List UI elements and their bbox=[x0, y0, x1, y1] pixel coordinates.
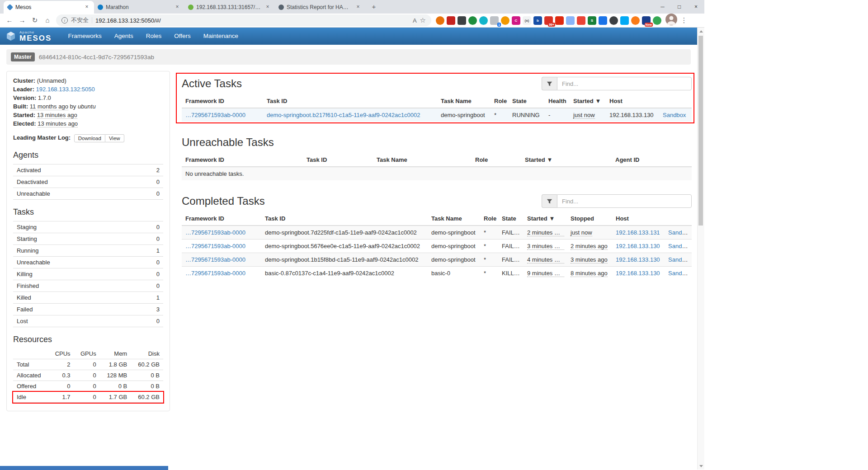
host-link[interactable]: 192.168.133.130 bbox=[616, 270, 660, 277]
browser-menu-icon[interactable]: ⋮ bbox=[679, 16, 689, 24]
tab-close-icon[interactable]: × bbox=[264, 4, 271, 11]
col-role[interactable]: Role bbox=[480, 212, 498, 226]
sandbox-link[interactable]: Sandbox bbox=[668, 243, 691, 249]
filter-addon bbox=[542, 194, 557, 208]
extension-bing[interactable]: b bbox=[533, 16, 542, 25]
framework-id-link[interactable]: …7295671593ab-0000 bbox=[185, 270, 245, 277]
maximize-button[interactable]: □ bbox=[671, 0, 688, 14]
sandbox-link[interactable]: Sandbox bbox=[663, 112, 686, 118]
col-framework-id[interactable]: Framework ID bbox=[182, 94, 263, 108]
view-log-button[interactable]: View bbox=[105, 134, 124, 142]
address-bar[interactable]: i 不安全 192.168.133.132:5050/#/ A ☆ bbox=[56, 14, 431, 26]
extension-green-s[interactable]: S bbox=[588, 16, 596, 25]
col-state[interactable]: State bbox=[498, 212, 524, 226]
sandbox-link[interactable]: Sandbox bbox=[668, 256, 691, 263]
extension-dark-round[interactable] bbox=[609, 16, 618, 25]
download-log-button[interactable]: Download bbox=[74, 134, 105, 142]
col-host[interactable]: Host bbox=[612, 212, 665, 226]
sandbox-link[interactable]: Sandbox bbox=[668, 229, 691, 236]
nav-offers[interactable]: Offers bbox=[168, 28, 197, 45]
col-state[interactable]: State bbox=[509, 94, 545, 108]
extension-green-circle[interactable] bbox=[468, 16, 477, 25]
tab-marathon[interactable]: Marathon × bbox=[94, 1, 184, 14]
extension-adblock[interactable] bbox=[447, 16, 455, 25]
page-scrollbar[interactable] bbox=[697, 28, 704, 470]
extension-stopwatch[interactable] bbox=[436, 16, 444, 25]
task-id-link[interactable]: demo-springboot.b217f610-c1a5-11e9-aaf9-… bbox=[267, 112, 420, 118]
close-button[interactable]: × bbox=[688, 0, 704, 14]
reload-icon[interactable]: ↻ bbox=[29, 14, 41, 26]
nav-maintenance[interactable]: Maintenance bbox=[197, 28, 245, 45]
info-icon[interactable]: i bbox=[61, 17, 68, 24]
col-framework-id[interactable]: Framework ID bbox=[182, 212, 261, 226]
completed-find-input[interactable] bbox=[557, 194, 692, 208]
extension-grid[interactable] bbox=[458, 16, 466, 25]
col-task-name[interactable]: Task Name bbox=[437, 94, 491, 108]
col-task-id[interactable]: Task ID bbox=[303, 153, 373, 167]
extension-lightblue[interactable] bbox=[566, 16, 575, 25]
col-started-sorted[interactable]: Started ▼ bbox=[524, 212, 567, 226]
tab-close-icon[interactable]: × bbox=[83, 4, 90, 11]
col-agent-id[interactable]: Agent ID bbox=[612, 153, 692, 167]
host-link[interactable]: 192.168.133.130 bbox=[616, 256, 660, 263]
active-find-input[interactable] bbox=[557, 77, 692, 90]
scroll-down-arrow[interactable] bbox=[698, 462, 704, 470]
framework-id-link[interactable]: …7295671593ab-0000 bbox=[185, 256, 245, 263]
extension-youdao[interactable] bbox=[555, 16, 564, 25]
extension-blue-square[interactable] bbox=[599, 16, 607, 25]
extension-red-square[interactable] bbox=[577, 16, 585, 25]
leader-link[interactable]: 192.168.133.132:5050 bbox=[36, 86, 95, 93]
host-link[interactable]: 192.168.133.131 bbox=[616, 229, 660, 236]
scroll-up-arrow[interactable] bbox=[698, 28, 704, 35]
mesos-brand[interactable]: Apache MESOS bbox=[5, 31, 52, 42]
extension-reader[interactable]: 99+ bbox=[544, 16, 553, 25]
nav-roles[interactable]: Roles bbox=[140, 28, 168, 45]
extension-cyan[interactable] bbox=[620, 16, 629, 25]
col-role[interactable]: Role bbox=[472, 153, 521, 167]
framework-id-link[interactable]: …7295671593ab-0000 bbox=[185, 229, 245, 236]
scrollbar-thumb[interactable] bbox=[698, 36, 703, 226]
profile-avatar[interactable] bbox=[665, 14, 677, 27]
col-role[interactable]: Role bbox=[491, 94, 509, 108]
extension-paren-a[interactable]: (a) bbox=[523, 16, 531, 25]
translate-icon[interactable]: A bbox=[413, 17, 417, 24]
col-host[interactable]: Host bbox=[606, 94, 659, 108]
forward-icon[interactable]: → bbox=[16, 14, 28, 26]
nav-agents[interactable]: Agents bbox=[108, 28, 140, 45]
back-icon[interactable]: ← bbox=[4, 14, 15, 26]
extension-orange-star[interactable] bbox=[501, 16, 509, 25]
col-stopped[interactable]: Stopped bbox=[567, 212, 612, 226]
col-task-id[interactable]: Task ID bbox=[261, 212, 428, 226]
resource-disk: 0 B bbox=[131, 370, 163, 381]
extension-color-c[interactable]: C bbox=[512, 16, 520, 25]
col-framework-id[interactable]: Framework ID bbox=[182, 153, 303, 167]
sandbox-link[interactable]: Sandbox bbox=[668, 270, 691, 277]
extension-orange-round[interactable] bbox=[631, 16, 640, 25]
new-tab-button[interactable]: + bbox=[368, 1, 380, 13]
tab-mesos[interactable]: Mesos × bbox=[4, 1, 94, 14]
minimize-button[interactable]: ─ bbox=[654, 0, 671, 14]
extension-clover[interactable] bbox=[653, 16, 661, 25]
home-icon[interactable]: ⌂ bbox=[42, 14, 53, 26]
bookmark-star-icon[interactable]: ☆ bbox=[420, 16, 426, 24]
tab-haproxy-stats[interactable]: Statistics Report for HAProxy × bbox=[275, 1, 365, 14]
extension-navy-new[interactable]: New bbox=[642, 16, 651, 25]
tab-close-icon[interactable]: × bbox=[354, 4, 362, 11]
col-task-name[interactable]: Task Name bbox=[428, 212, 480, 226]
framework-id-link[interactable]: …7295671593ab-0000 bbox=[185, 112, 245, 118]
framework-id-link[interactable]: …7295671593ab-0000 bbox=[185, 243, 245, 249]
col-started-sorted[interactable]: Started ▼ bbox=[521, 153, 612, 167]
col-started-sorted[interactable]: Started ▼ bbox=[570, 94, 606, 108]
extension-puzzle[interactable]: 1 bbox=[490, 16, 499, 25]
mesos-page: Apache MESOS Frameworks Agents Roles Off… bbox=[0, 28, 697, 470]
extension-teal[interactable] bbox=[479, 16, 488, 25]
tab-springboot-hello[interactable]: 192.168.133.131:31657/hello × bbox=[184, 1, 275, 14]
host-link[interactable]: 192.168.133.130 bbox=[616, 243, 660, 249]
col-task-name[interactable]: Task Name bbox=[373, 153, 472, 167]
nav-frameworks[interactable]: Frameworks bbox=[61, 28, 108, 45]
tab-close-icon[interactable]: × bbox=[174, 4, 181, 11]
url-text[interactable]: 192.168.133.132:5050/#/ bbox=[95, 17, 410, 24]
col-task-id[interactable]: Task ID bbox=[263, 94, 437, 108]
col-health[interactable]: Health bbox=[545, 94, 570, 108]
started-cell: 9 minutes ago bbox=[527, 270, 564, 277]
